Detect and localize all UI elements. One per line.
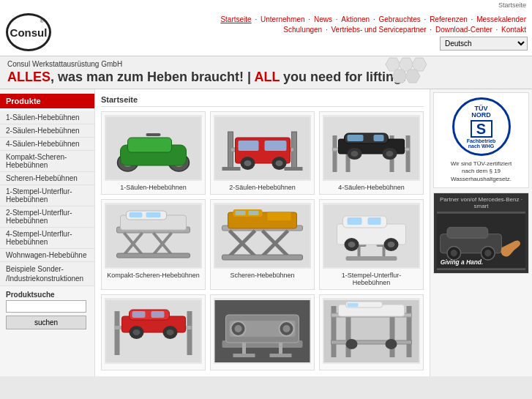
product-img-kompakt: [105, 203, 202, 269]
product-img-4saeulen-svg: [323, 117, 420, 179]
svg-point-40: [351, 151, 359, 157]
nav-download[interactable]: Download-Center: [435, 26, 492, 34]
product-img-1saeulen: [105, 115, 202, 181]
product-cell-kompakt[interactable]: Kompakt-Scheren-Hebebühnen: [101, 199, 206, 290]
svg-rect-97: [233, 354, 255, 357]
product-cell-row3-2[interactable]: [210, 294, 315, 370]
product-cell-4saeulen[interactable]: 4-Säulen-Hebebühnen: [319, 111, 424, 195]
svg-rect-119: [447, 228, 488, 239]
svg-rect-87: [132, 311, 146, 318]
logo-reg: ®: [40, 18, 44, 23]
svg-rect-31: [406, 135, 411, 172]
product-label-2saeulen: 2-Säulen-Hebebühnen: [214, 184, 311, 191]
product-label-kompakt: Kompakt-Scheren-Hebebühnen: [105, 272, 202, 279]
svg-rect-38: [374, 135, 384, 141]
search-label: Produktsuche: [0, 286, 94, 300]
product-img-row3-2-svg: [214, 300, 311, 362]
tuv-text: Wir sind TÜV-zertifiziert nach dem § 19 …: [438, 160, 524, 183]
product-cell-1stempel[interactable]: 1-Stempel-Unterflur-Hebebühnen: [319, 199, 424, 290]
nav-kontakt[interactable]: Kontakt: [501, 26, 526, 34]
svg-point-92: [167, 329, 174, 335]
product-label-scheren: Scheren-Hebebühnen: [214, 272, 311, 279]
product-img-scheren-svg: [214, 205, 311, 267]
product-cell-scheren[interactable]: Scheren-Hebebühnen: [210, 199, 315, 290]
nav-unternehmen[interactable]: Unternehmen: [261, 15, 305, 23]
svg-point-42: [386, 151, 394, 157]
language-select[interactable]: Deutsch English Français: [440, 37, 528, 51]
svg-rect-74: [348, 217, 362, 225]
product-img-2saeulen-svg: [214, 117, 311, 179]
svg-point-116: [386, 339, 397, 349]
product-img-row3-2: [214, 298, 311, 364]
nav-schulungen[interactable]: Schulungen: [283, 26, 322, 34]
product-cell-1saeulen[interactable]: 1-Säulen-Hebebühnen: [101, 111, 206, 195]
tuv-s-label: S: [471, 120, 492, 138]
nav-startseite[interactable]: Startseite: [220, 15, 251, 23]
sidebar-item-1saeulen[interactable]: 1-Säulen-Hebebühnen: [0, 111, 94, 124]
sidebar-item-4stempel[interactable]: 4-Stempel-Unterflur-Hebebühnen: [0, 228, 94, 249]
product-img-row3-3: [323, 298, 420, 364]
product-label-1stempel: 1-Stempel-Unterflur-Hebebühnen: [323, 272, 420, 286]
product-cell-row3-3[interactable]: [319, 294, 424, 370]
product-img-scheren: [214, 203, 311, 269]
site-title-label: Startseite: [498, 1, 526, 9]
svg-point-77: [348, 242, 356, 247]
svg-rect-88: [151, 311, 165, 318]
svg-rect-26: [285, 167, 303, 171]
mercedes-box: Partner von/of Mercedes-Benz · smart Giv…: [433, 193, 529, 274]
nav-gebrauchtes[interactable]: Gebrauchtes: [379, 15, 421, 23]
svg-rect-49: [117, 253, 190, 258]
sidebar-item-beispiele[interactable]: Beispiele Sonder-/Industriekonstruktione…: [0, 262, 94, 286]
product-label-4saeulen: 4-Säulen-Hebebühnen: [323, 184, 420, 191]
logo-wrap: ® Consul: [0, 9, 57, 56]
svg-rect-52: [130, 212, 143, 217]
svg-rect-37: [348, 135, 364, 141]
header-main-row: ® Consul Startseite · Unternehmen · News…: [0, 9, 532, 56]
search-input[interactable]: [6, 300, 86, 313]
product-img-2saeulen: [214, 115, 311, 181]
sidebar-item-kompakt[interactable]: Kompakt-Scheren-Hebebühnen: [0, 151, 94, 172]
tuv-line3: Wasserhaushaltgesetz.: [451, 176, 512, 182]
nav-aktionen[interactable]: Aktionen: [341, 15, 370, 23]
tuv-line2: nach dem § 19: [462, 168, 501, 174]
nav-news[interactable]: News: [314, 15, 332, 23]
nav-and-lang: Startseite · Unternehmen · News · Aktion…: [57, 9, 532, 56]
svg-point-115: [346, 339, 358, 349]
tagline-bar: Consul Werkstattausrüstung GmbH ALLES, w…: [0, 56, 532, 89]
tuv-circle: TÜVNORD S Fachbetriebnach WHG: [452, 97, 511, 156]
svg-rect-25: [222, 167, 241, 171]
svg-rect-98: [270, 354, 292, 357]
svg-point-123: [484, 250, 491, 256]
sidebar-item-2saeulen[interactable]: 2-Säulen-Hebebühnen: [0, 124, 94, 138]
svg-text:Giving a Hand.: Giving a Hand.: [441, 258, 484, 266]
sidebar-item-2stempel[interactable]: 2-Stempel-Unterflur-Hebebühnen: [0, 206, 94, 228]
product-cell-2saeulen[interactable]: 2-Säulen-Hebebühnen: [210, 111, 315, 195]
svg-rect-11: [128, 138, 172, 152]
nav-row1: Startseite · Unternehmen · News · Aktion…: [61, 15, 528, 23]
svg-rect-28: [333, 135, 337, 172]
svg-rect-82: [187, 311, 192, 355]
svg-point-102: [235, 325, 242, 332]
company-name: Consul Werkstattausrüstung GmbH: [7, 60, 525, 68]
nav-vertriebs[interactable]: Vertriebs- und Servicepartner: [331, 26, 426, 34]
slogan-line: ALLES, was man zum Heben braucht! | ALL …: [7, 70, 525, 85]
search-button[interactable]: suchen: [6, 316, 86, 329]
sidebar-item-1stempel[interactable]: 1-Stempel-Unterflur-Hebebühnen: [0, 185, 94, 206]
svg-point-24: [276, 160, 283, 166]
svg-rect-114: [331, 340, 412, 344]
product-img-1saeulen-svg: [105, 117, 202, 179]
svg-rect-113: [348, 303, 359, 307]
tuv-sub: Fachbetriebnach WHG: [467, 138, 496, 149]
sidebar-item-wohnwagen[interactable]: Wohnwagen-Hebebühne: [0, 249, 94, 262]
svg-point-22: [244, 160, 252, 166]
nav-messekalender[interactable]: Messekalender: [476, 15, 526, 23]
sidebar-item-scheren[interactable]: Scheren-Hebebühnen: [0, 172, 94, 185]
nav-referenzen[interactable]: Referenzen: [430, 15, 468, 23]
product-cell-row3-1[interactable]: [101, 294, 206, 370]
mercedes-label: Partner von/of Mercedes-Benz · smart: [437, 196, 525, 209]
sidebar-item-4saeulen[interactable]: 4-Säulen-Hebebühnen: [0, 138, 94, 151]
right-sidebar: TÜVNORD S Fachbetriebnach WHG Wir sind T…: [430, 89, 532, 376]
product-img-kompakt-svg: [105, 205, 202, 267]
product-grid: 1-Säulen-Hebebühnen: [101, 111, 424, 370]
svg-rect-63: [268, 212, 291, 220]
